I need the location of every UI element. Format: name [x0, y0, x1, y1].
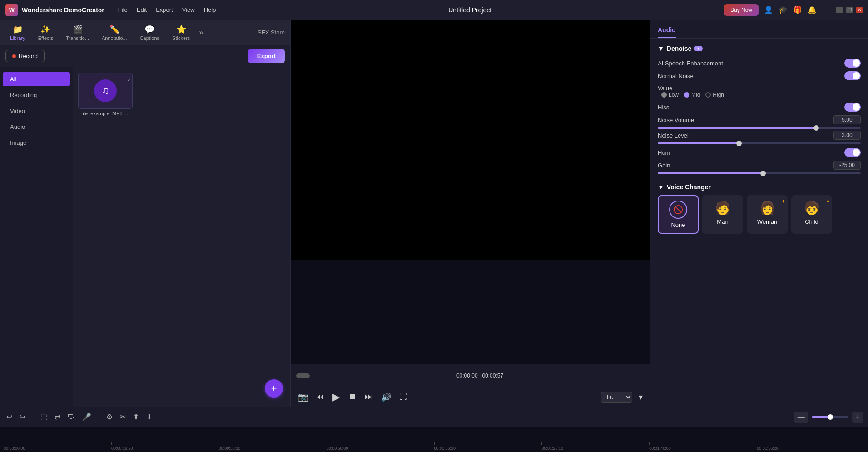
voice-card-child[interactable]: 🧒 Child ♦ [791, 195, 832, 234]
ai-speech-toggle[interactable] [844, 59, 861, 68]
voice-changer-collapse-icon: ▼ [658, 183, 664, 191]
radio-high[interactable]: High [705, 92, 724, 98]
nav-video[interactable]: Video [3, 104, 70, 118]
gain-slider[interactable] [658, 172, 861, 174]
menu-help[interactable]: Help [204, 6, 216, 13]
more-tabs-button[interactable]: » [196, 29, 206, 37]
marker-button[interactable]: 🛡 [66, 411, 77, 423]
timeline: ↩ ↪ ⬚ ⇄ 🛡 🎤 ⚙ ✂ ⬆ ⬇ — + 00:00:00:00 00:0… [0, 407, 868, 452]
stop-button[interactable]: ⏹ [347, 390, 358, 403]
effects-icon: ✨ [40, 25, 50, 34]
hum-label: Hum [658, 149, 670, 156]
fit-dropdown-button[interactable]: ▾ [637, 390, 645, 404]
up-button[interactable]: ⬆ [131, 411, 141, 423]
tab-transitions[interactable]: 🎬 Transitio... [60, 22, 95, 44]
split-button[interactable]: ⇄ [53, 411, 62, 423]
time-display: 00:00:00 | 00:00:57 [315, 373, 645, 379]
maximize-button[interactable]: ❐ [846, 7, 853, 13]
preview-scrollbar[interactable] [296, 373, 310, 378]
screenshot-button[interactable]: 📷 [296, 390, 310, 404]
fit-select[interactable]: Fit 100% 75% 50% [601, 392, 632, 403]
audio-panel-header: Audio [650, 20, 868, 39]
voice-card-woman[interactable]: 👩 Woman ♦ [747, 195, 788, 234]
hum-toggle[interactable] [844, 148, 861, 157]
hiss-row: Hiss [658, 101, 861, 113]
minimize-button[interactable]: — [836, 7, 843, 13]
tab-effects[interactable]: ✨ Effects [32, 22, 60, 44]
noise-level-row: Noise Level 3.00 [658, 131, 861, 144]
trim-button[interactable]: ⬚ [39, 411, 49, 423]
zoom-out-button[interactable]: — [794, 412, 808, 423]
menu-edit[interactable]: Edit [137, 6, 147, 13]
media-item-mp3[interactable]: ♫ ♪ file_example_MP3_... [78, 73, 133, 116]
audio-panel-content: ▼ Denoise ▼ AI Speech Enhancement Normal… [650, 39, 868, 407]
sfx-store-tab[interactable]: SFX Store [258, 29, 285, 36]
menu-view[interactable]: View [182, 6, 195, 13]
tab-captions[interactable]: 💬 Captions [134, 22, 166, 44]
voice-woman-label: Woman [757, 218, 778, 225]
ruler-mark-0: 00:00:00:00 [4, 442, 111, 451]
denoise-header[interactable]: ▼ Denoise ▼ [658, 45, 861, 52]
down-button[interactable]: ⬇ [144, 411, 154, 423]
undo-button[interactable]: ↩ [5, 411, 14, 423]
preview-bottom-pane [291, 260, 650, 364]
left-panel: 📁 Library ✨ Effects 🎬 Transitio... ✏️ An… [0, 20, 291, 407]
preview-controls: 00:00:00 | 00:00:57 [291, 364, 650, 387]
tab-annotations[interactable]: ✏️ Annotatio... [95, 22, 134, 44]
fullscreen-button[interactable]: ⛶ [397, 390, 409, 403]
nav-audio[interactable]: Audio [3, 120, 70, 134]
tab-stickers[interactable]: ⭐ Stickers [166, 22, 196, 44]
voice-changer-label: Voice Changer [667, 183, 711, 191]
menu-export[interactable]: Export [156, 6, 173, 13]
play-button[interactable]: ▶ [331, 389, 342, 405]
tab-library[interactable]: 📁 Library [4, 22, 32, 44]
graduation-icon[interactable]: 🎓 [779, 5, 788, 14]
gain-row: Gain -25.00 [658, 161, 861, 174]
library-icon: 📁 [13, 25, 23, 34]
annotate-button[interactable]: ⚙ [104, 411, 114, 423]
clip-button[interactable]: ✂ [118, 411, 128, 423]
toolbar-divider-1 [33, 413, 33, 422]
add-media-button[interactable]: + [265, 379, 283, 398]
titlebar: W Wondershare DemoCreator File Edit Expo… [0, 0, 868, 20]
volume-button[interactable]: 🔊 [379, 390, 393, 404]
zoom-in-button[interactable]: + [852, 412, 863, 423]
user-icon[interactable]: 👤 [764, 5, 773, 14]
bell-icon[interactable]: 🔔 [808, 5, 817, 14]
close-button[interactable]: ✕ [856, 7, 863, 13]
voice-changer-section: ▼ Voice Changer 🚫 None 🧑 Man [658, 183, 861, 234]
menu-file[interactable]: File [118, 6, 128, 13]
hiss-toggle[interactable] [844, 103, 861, 112]
voice-changer-header[interactable]: ▼ Voice Changer [658, 183, 861, 191]
hiss-label: Hiss [658, 104, 669, 111]
zoom-slider[interactable] [812, 416, 848, 418]
voice-child-label: Child [805, 218, 818, 225]
buy-now-button[interactable]: Buy Now [724, 4, 759, 16]
noise-level-value: 3.00 [833, 131, 861, 140]
value-label: Value [658, 85, 672, 92]
nav-all[interactable]: All [3, 72, 70, 86]
record-button[interactable]: Record [5, 50, 45, 62]
voice-card-none[interactable]: 🚫 None [658, 195, 699, 234]
nav-image[interactable]: Image [3, 136, 70, 150]
record-audio-button[interactable]: 🎤 [80, 411, 93, 423]
noise-level-header: Noise Level 3.00 [658, 131, 861, 140]
ai-speech-row: AI Speech Enhancement [658, 57, 861, 69]
nav-recording[interactable]: Recording [3, 88, 70, 102]
redo-button[interactable]: ↪ [18, 411, 27, 423]
prev-frame-button[interactable]: ⏮ [314, 390, 326, 403]
voice-card-man[interactable]: 🧑 Man [702, 195, 743, 234]
denoise-label: Denoise [667, 45, 691, 52]
noise-volume-slider[interactable] [658, 127, 861, 129]
transitions-icon: 🎬 [73, 25, 83, 34]
gift-icon[interactable]: 🎁 [793, 5, 802, 14]
preview-area: 00:00:00 | 00:00:57 📷 ⏮ ▶ ⏹ ⏭ 🔊 ⛶ Fit 10… [291, 20, 650, 407]
ruler-mark-5: 00:01:23:10 [541, 442, 649, 451]
radio-mid[interactable]: Mid [684, 92, 700, 98]
radio-low[interactable]: Low [661, 92, 679, 98]
audio-tab-label[interactable]: Audio [658, 26, 676, 38]
noise-level-slider[interactable] [658, 142, 861, 144]
normal-noise-toggle[interactable] [844, 71, 861, 80]
next-frame-button[interactable]: ⏭ [363, 390, 375, 403]
export-button[interactable]: Export [248, 49, 285, 63]
